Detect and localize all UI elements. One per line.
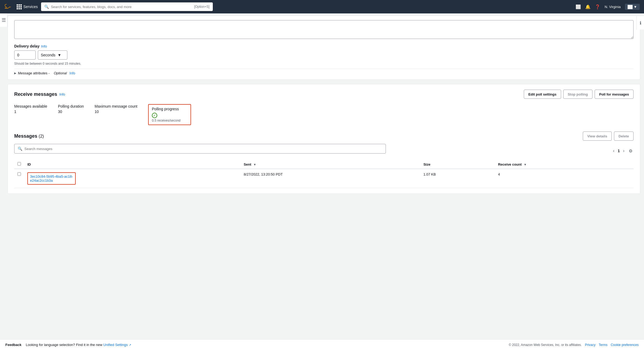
max-message-count-stat: Maximum message count 10 xyxy=(94,104,137,125)
send-message-card: Delivery delay Info Seconds ▼ Should be … xyxy=(8,16,640,80)
polling-rate-text: 0.5 receives/second xyxy=(152,119,187,122)
polling-progress-stat: Polling progress ✓ 0.5 receives/second xyxy=(148,104,191,125)
size-column-header: Size xyxy=(420,160,495,169)
polling-duration-stat: Polling duration 30 xyxy=(58,104,84,125)
user-menu[interactable]: ██ ▼ xyxy=(625,4,640,10)
message-receive-count-cell: 4 xyxy=(495,169,634,188)
search-icon: 🔍 xyxy=(44,5,49,9)
messages-available-stat: Messages available 1 xyxy=(14,104,47,125)
table-header-row: ID Sent ▼ Size Receive count ▼ xyxy=(14,160,634,169)
search-input[interactable] xyxy=(51,5,192,9)
msg-attrs-optional: Optional xyxy=(54,71,67,75)
messages-subheader: Messages (2) View details Delete xyxy=(14,132,634,141)
delivery-delay-section: Delivery delay Info Seconds ▼ Should be … xyxy=(8,16,640,79)
table-settings-button[interactable]: ⚙ xyxy=(628,147,634,155)
message-search[interactable]: 🔍 xyxy=(14,144,386,154)
receive-messages-section: Receive messages Info Edit poll settings… xyxy=(8,84,640,194)
delay-number-input[interactable] xyxy=(14,50,36,60)
search-icon-small: 🔍 xyxy=(18,147,22,151)
prev-page-button[interactable]: ‹ xyxy=(612,147,616,154)
receive-count-column-header[interactable]: Receive count ▼ xyxy=(495,160,634,169)
select-all-column xyxy=(14,160,24,169)
msg-attrs-info-link[interactable]: Info xyxy=(69,71,75,75)
message-size-cell: 1.07 KB xyxy=(420,169,495,188)
receive-actions: Edit poll settings Stop polling Poll for… xyxy=(524,90,634,99)
sidebar-toggle[interactable]: ☰ xyxy=(0,13,8,27)
message-id-cell: 3ec10c84-5b95-4ba5-ac18-e24ac2cc1b3a xyxy=(24,169,240,188)
delay-unit-label: Seconds xyxy=(41,53,55,57)
page-number: 1 xyxy=(618,149,620,153)
next-page-button[interactable]: › xyxy=(622,147,625,154)
sent-column-header[interactable]: Sent ▼ xyxy=(240,160,420,169)
edit-poll-settings-button[interactable]: Edit poll settings xyxy=(524,90,561,99)
message-sent-cell: 8/27/2022, 13:20:50 PDT xyxy=(240,169,420,188)
polling-progress-box: Polling progress ✓ 0.5 receives/second xyxy=(148,104,191,125)
messages-actions: View details Delete xyxy=(583,132,634,141)
table-row: 3ec10c84-5b95-4ba5-ac18-e24ac2cc1b3a 8/2… xyxy=(14,169,634,188)
message-id-link[interactable]: 3ec10c84-5b95-4ba5-ac18-e24ac2cc1b3a xyxy=(27,172,76,185)
select-all-checkbox[interactable] xyxy=(17,162,21,166)
sent-sort-icon: ▼ xyxy=(253,163,256,166)
expand-icon: ▶ xyxy=(14,72,16,75)
search-shortcut: [Option+S] xyxy=(194,5,210,9)
bell-icon[interactable]: 🔔 xyxy=(585,4,591,9)
help-icon[interactable]: ❓ xyxy=(595,4,600,9)
messages-title: Messages (2) xyxy=(14,133,44,139)
delivery-delay-label: Delivery delay Info xyxy=(14,44,634,48)
message-body-input[interactable] xyxy=(14,20,634,39)
nav-right: ⬜ 🔔 ❓ N. Virginia ██ ▼ xyxy=(576,4,640,10)
delay-hint: Should be between 0 seconds and 15 minut… xyxy=(14,62,634,65)
message-attributes-toggle[interactable]: ▶ Message attributes - Optional Info xyxy=(14,69,634,75)
stats-row: Messages available 1 Polling duration 30… xyxy=(14,104,634,125)
receive-header: Receive messages Info Edit poll settings… xyxy=(14,90,634,99)
row-checkbox[interactable] xyxy=(17,172,21,176)
svg-text:aws: aws xyxy=(5,7,7,9)
chevron-down-icon: ▼ xyxy=(57,53,61,57)
messages-table: ID Sent ▼ Size Receive count ▼ xyxy=(14,160,634,188)
receive-info-link[interactable]: Info xyxy=(59,92,65,96)
top-navigation: aws Services 🔍 [Option+S] ⬜ 🔔 ❓ N. Virgi… xyxy=(0,0,644,13)
terminal-icon[interactable]: ⬜ xyxy=(576,4,581,9)
poll-for-messages-button[interactable]: Poll for messages xyxy=(595,90,634,99)
polling-check-icon: ✓ xyxy=(152,113,157,118)
pagination: ‹ 1 › ⚙ xyxy=(612,147,634,155)
stop-polling-button[interactable]: Stop polling xyxy=(563,90,592,99)
delay-inputs: Seconds ▼ xyxy=(14,50,634,60)
polling-status: ✓ xyxy=(152,113,187,118)
global-search[interactable]: 🔍 [Option+S] xyxy=(41,2,213,11)
message-search-input[interactable] xyxy=(24,147,382,151)
receive-title: Receive messages Info xyxy=(14,92,65,97)
row-checkbox-cell xyxy=(14,169,24,188)
messages-count: (2) xyxy=(39,134,44,138)
msg-attrs-label: Message attributes - xyxy=(18,71,50,75)
aws-logo[interactable]: aws xyxy=(4,2,13,11)
delivery-delay-info-link[interactable]: Info xyxy=(41,44,47,48)
services-label: Services xyxy=(23,5,38,9)
delete-button[interactable]: Delete xyxy=(614,132,634,141)
services-menu[interactable]: Services xyxy=(17,4,38,9)
info-panel-toggle[interactable]: ℹ xyxy=(636,16,644,30)
delay-unit-select[interactable]: Seconds ▼ xyxy=(38,50,67,60)
view-details-button[interactable]: View details xyxy=(583,132,612,141)
region-selector[interactable]: N. Virginia xyxy=(605,5,621,9)
grid-icon xyxy=(17,4,22,9)
id-column-header: ID xyxy=(24,160,240,169)
receive-count-sort-icon: ▼ xyxy=(524,163,527,166)
